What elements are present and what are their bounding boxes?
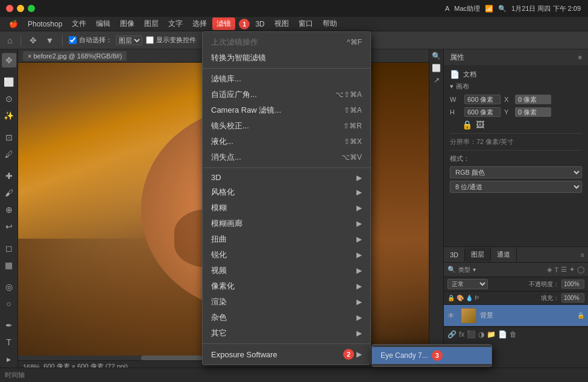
exposure-software-submenu: Eye Candy 7... 3 bbox=[371, 344, 492, 367]
sharpen-arrow: ▶ bbox=[356, 251, 362, 259]
distort-arrow: ▶ bbox=[356, 235, 362, 243]
filter-dropdown-menu: 上次滤镜操作 ^⌘F 转换为智能滤镜 滤镜库... 自适应广角... ⌥⇧⌘A … bbox=[202, 31, 371, 365]
sharpen-label: 锐化 bbox=[211, 249, 353, 260]
lens-correct-label: 镜头校正... bbox=[211, 121, 343, 131]
blur-gallery-label: 模糊画廊 bbox=[211, 218, 353, 229]
sep2 bbox=[203, 168, 370, 168]
video-label: 视频 bbox=[211, 265, 353, 276]
noise-label: 杂色 bbox=[211, 312, 353, 323]
pixelate-arrow: ▶ bbox=[356, 282, 362, 290]
blur-arrow: ▶ bbox=[356, 204, 362, 212]
vanishing-point-shortcut: ⌥⌘V bbox=[341, 153, 362, 161]
menu-stylize[interactable]: 风格化 ▶ bbox=[203, 184, 370, 200]
adaptive-wide-label: 自适应广角... bbox=[211, 89, 335, 100]
sep1 bbox=[203, 68, 370, 69]
menu-adaptive-wide[interactable]: 自适应广角... ⌥⇧⌘A bbox=[203, 87, 370, 102]
eye-candy-label: Eye Candy 7... bbox=[381, 351, 428, 360]
adaptive-wide-shortcut: ⌥⇧⌘A bbox=[335, 90, 362, 99]
3d-arrow: ▶ bbox=[356, 174, 362, 182]
menu-exposure-software[interactable]: Exposure Software 2 ▶ Eye Candy 7... 3 bbox=[203, 346, 370, 362]
menu-camera-raw[interactable]: Camera Raw 滤镜... ⇧⌘A bbox=[203, 102, 370, 118]
menu-filter-gallery[interactable]: 滤镜库... bbox=[203, 71, 370, 87]
menu-blur-gallery[interactable]: 模糊画廊 ▶ bbox=[203, 216, 370, 231]
last-filter-label: 上次滤镜操作 bbox=[211, 37, 347, 48]
liquify-shortcut: ⇧⌘X bbox=[344, 137, 362, 146]
menu-noise[interactable]: 杂色 ▶ bbox=[203, 310, 370, 325]
vanishing-point-label: 消失点... bbox=[211, 152, 341, 163]
blur-label: 模糊 bbox=[211, 202, 353, 213]
menu-distort[interactable]: 扭曲 ▶ bbox=[203, 231, 370, 247]
render-label: 渲染 bbox=[211, 296, 353, 307]
exposure-software-badge: 2 bbox=[343, 349, 354, 360]
menu-last-filter: 上次滤镜操作 ^⌘F bbox=[203, 34, 370, 50]
menu-blur[interactable]: 模糊 ▶ bbox=[203, 200, 370, 216]
filter-gallery-label: 滤镜库... bbox=[211, 74, 362, 84]
other-arrow: ▶ bbox=[356, 329, 362, 337]
menu-convert-smart[interactable]: 转换为智能滤镜 bbox=[203, 50, 370, 66]
exposure-software-arrow: ▶ bbox=[356, 350, 362, 359]
eye-candy-badge: 3 bbox=[432, 350, 443, 361]
exposure-software-label: Exposure Software bbox=[211, 350, 340, 359]
noise-arrow: ▶ bbox=[356, 313, 362, 322]
render-arrow: ▶ bbox=[356, 298, 362, 306]
lens-correct-shortcut: ⇧⌘R bbox=[343, 122, 362, 130]
menu-pixelate[interactable]: 像素化 ▶ bbox=[203, 278, 370, 294]
menu-3d[interactable]: 3D ▶ bbox=[203, 171, 370, 184]
menu-sharpen[interactable]: 锐化 ▶ bbox=[203, 247, 370, 263]
menu-vanishing-point[interactable]: 消失点... ⌥⌘V bbox=[203, 149, 370, 165]
last-filter-shortcut: ^⌘F bbox=[347, 38, 362, 46]
sep3 bbox=[203, 343, 370, 344]
pixelate-label: 像素化 bbox=[211, 281, 353, 292]
other-label: 其它 bbox=[211, 328, 353, 339]
3d-label: 3D bbox=[211, 173, 353, 182]
camera-raw-shortcut: ⇧⌘A bbox=[344, 106, 362, 114]
menu-lens-correct[interactable]: 镜头校正... ⇧⌘R bbox=[203, 118, 370, 134]
menu-other[interactable]: 其它 ▶ bbox=[203, 325, 370, 341]
menu-liquify[interactable]: 液化... ⇧⌘X bbox=[203, 134, 370, 149]
stylize-arrow: ▶ bbox=[356, 188, 362, 196]
video-arrow: ▶ bbox=[356, 266, 362, 275]
menu-video[interactable]: 视频 ▶ bbox=[203, 263, 370, 278]
distort-label: 扭曲 bbox=[211, 234, 353, 245]
blur-gallery-arrow: ▶ bbox=[356, 219, 362, 228]
camera-raw-label: Camera Raw 滤镜... bbox=[211, 105, 344, 116]
submenu-eye-candy[interactable]: Eye Candy 7... 3 bbox=[372, 347, 492, 364]
convert-smart-label: 转换为智能滤镜 bbox=[211, 52, 362, 63]
liquify-label: 液化... bbox=[211, 136, 344, 147]
dropdown-overlay[interactable]: 上次滤镜操作 ^⌘F 转换为智能滤镜 滤镜库... 自适应广角... ⌥⇧⌘A … bbox=[0, 0, 588, 382]
menu-render[interactable]: 渲染 ▶ bbox=[203, 294, 370, 310]
stylize-label: 风格化 bbox=[211, 187, 353, 198]
